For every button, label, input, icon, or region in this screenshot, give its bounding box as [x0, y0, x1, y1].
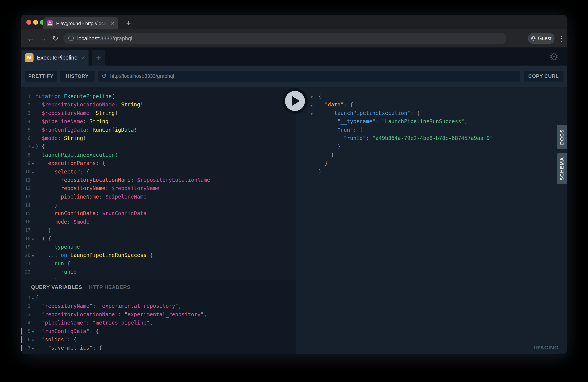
code-text: runConfigData: $runConfigData: [35, 209, 147, 217]
line-number: 21: [21, 261, 30, 266]
query-editor-pane[interactable]: 1mutation ExecutePipeline(2 $repositoryL…: [21, 87, 296, 279]
playground-tab-executepipeline[interactable]: M ExecutePipeline ×: [21, 50, 88, 65]
code-line[interactable]: 10▾ selector: {: [21, 168, 296, 176]
docs-side-tab[interactable]: DOCS: [557, 125, 567, 149]
code-line[interactable]: 4 "pipelineName": "metrics_pipeline",: [21, 319, 296, 327]
window-minimize-button[interactable]: [33, 20, 38, 25]
code-line[interactable]: 18▾ ) {: [21, 234, 296, 243]
code-line[interactable]: 20▾ ... on LaunchPipelineRunSuccess {: [21, 251, 296, 259]
code-line[interactable]: 6▾ "solids": {: [21, 336, 296, 344]
fold-arrow-icon[interactable]: ▾: [309, 94, 315, 99]
execute-play-button[interactable]: [282, 88, 308, 114]
site-info-icon[interactable]: ⓘ: [68, 35, 74, 42]
code-line[interactable]: ▾{: [296, 92, 567, 101]
prettify-button[interactable]: PRETTIFY: [25, 71, 57, 82]
code-line[interactable]: 1mutation ExecutePipeline(: [21, 92, 296, 101]
code-line[interactable]: 7▾ "save_metrics": {: [21, 344, 296, 352]
tab-close-icon[interactable]: ×: [111, 20, 114, 26]
play-icon: [292, 96, 300, 106]
code-line[interactable]: 17 }: [21, 226, 296, 234]
code-text: run {: [35, 259, 70, 268]
lint-error-marker: [21, 337, 22, 343]
code-line[interactable]: 4 $pipelineName: String!: [21, 117, 296, 126]
fold-arrow-icon[interactable]: ▾: [30, 345, 35, 351]
code-line[interactable]: 7▾) {: [21, 142, 296, 151]
code-line[interactable]: }: [296, 142, 567, 151]
fold-arrow-icon[interactable]: ▾: [30, 337, 35, 342]
code-line[interactable]: ▾ "launchPipelineExecution": {: [296, 109, 567, 117]
code-line[interactable]: 6 $mode: String!: [21, 134, 296, 142]
endpoint-url-input[interactable]: ↺ http://localhost:3333/graphql: [98, 71, 520, 82]
code-line[interactable]: }: [296, 168, 567, 176]
code-line[interactable]: 8 launchPipelineExecution(: [21, 151, 296, 159]
fold-spacer: [30, 306, 35, 307]
line-number: 22: [21, 269, 30, 275]
code-text: mutation ExecutePipeline(: [35, 92, 115, 101]
code-line[interactable]: 13 pipelineName: $pipelineName: [21, 193, 296, 201]
fold-arrow-icon[interactable]: ▾: [30, 295, 35, 301]
fold-arrow-icon[interactable]: ▾: [30, 169, 35, 175]
code-text: "data": {: [318, 101, 353, 109]
code-line[interactable]: 1▾{: [21, 294, 296, 302]
window-close-button[interactable]: [26, 20, 31, 25]
reload-icon[interactable]: ↻: [50, 29, 61, 47]
address-bar[interactable]: ⓘ localhost :3333/graphql: [63, 33, 506, 44]
forward-icon: →: [38, 29, 48, 47]
code-line[interactable]: "__typename": "LaunchPipelineRunSuccess"…: [296, 117, 567, 126]
code-text: $pipelineName: String!: [35, 117, 112, 126]
code-line[interactable]: 3 "repositoryLocationName": "experimenta…: [21, 310, 296, 319]
code-line[interactable]: }: [296, 151, 567, 159]
fold-arrow-icon[interactable]: ▾: [30, 253, 35, 258]
line-number: 12: [21, 186, 30, 191]
browser-menu-icon[interactable]: ⋮: [558, 29, 565, 47]
profile-button[interactable]: Guest: [528, 33, 554, 44]
code-line[interactable]: 2 $repositoryLocationName: String!: [21, 101, 296, 109]
code-line[interactable]: 11 repositoryLocationName: $repositoryLo…: [21, 176, 296, 184]
fold-arrow-icon[interactable]: ▾: [309, 102, 315, 108]
code-line[interactable]: 14 }: [21, 201, 296, 209]
line-number: 2: [21, 304, 30, 309]
code-line[interactable]: 19 __typename: [21, 243, 296, 251]
fold-arrow-icon[interactable]: ▾: [30, 161, 35, 166]
code-line[interactable]: ▾ "data": {: [296, 101, 567, 109]
fold-spacer: [30, 96, 35, 97]
tracing-label[interactable]: TRACING: [533, 345, 559, 351]
fold-spacer: [309, 146, 315, 147]
tab-query-variables[interactable]: QUERY VARIABLES: [31, 284, 82, 290]
line-number: 3: [21, 110, 30, 116]
history-button[interactable]: HISTORY: [60, 71, 95, 82]
new-tab-button[interactable]: +: [123, 18, 134, 29]
code-line[interactable]: 3 $repositoryName: String!: [21, 109, 296, 117]
playground-new-tab-button[interactable]: +: [92, 50, 105, 65]
fold-spacer: [30, 104, 35, 106]
settings-gear-icon[interactable]: ⚙: [549, 47, 559, 65]
code-text: __typename: [35, 243, 80, 251]
playground-tab-close-icon[interactable]: ×: [81, 54, 85, 62]
code-line[interactable]: 21 run {: [21, 259, 296, 268]
url-path: :3333/graphql: [99, 35, 132, 42]
code-line[interactable]: 9▾ executionParams: {: [21, 159, 296, 168]
fold-arrow-icon[interactable]: ▾: [30, 236, 35, 241]
code-line[interactable]: "runId": "a49b864a-79e2-4be8-b78c-687457…: [296, 134, 567, 142]
code-line[interactable]: 22 runId: [21, 268, 296, 276]
copy-curl-button[interactable]: COPY CURL: [524, 71, 564, 82]
code-line[interactable]: 16 mode: $mode: [21, 218, 296, 226]
fold-arrow-icon[interactable]: ▾: [30, 328, 35, 334]
code-text: }: [318, 159, 328, 168]
code-line[interactable]: 12 repositoryName: $repositoryName: [21, 184, 296, 192]
code-line[interactable]: }: [296, 159, 567, 168]
tab-http-headers[interactable]: HTTP HEADERS: [89, 284, 131, 290]
code-line[interactable]: 23 }: [21, 276, 296, 279]
code-line[interactable]: 5▾ "runConfigData": {: [21, 327, 296, 336]
code-line[interactable]: 2 "repositoryName": "experimental_reposi…: [21, 302, 296, 310]
fold-arrow-icon[interactable]: ▾: [30, 144, 35, 149]
query-variables-pane[interactable]: QUERY VARIABLES HTTP HEADERS 1▾{2 "repos…: [21, 279, 296, 354]
code-text: {: [35, 294, 39, 302]
back-icon[interactable]: ←: [25, 29, 36, 47]
code-line[interactable]: "run": {: [296, 126, 567, 134]
fold-arrow-icon[interactable]: ▾: [309, 110, 315, 116]
code-line[interactable]: 5 $runConfigData: RunConfigData!: [21, 126, 296, 134]
code-line[interactable]: 15 runConfigData: $runConfigData: [21, 209, 296, 217]
browser-tab[interactable]: Playground - http://localhost:3 ×: [43, 17, 118, 29]
schema-side-tab[interactable]: SCHEMA: [557, 153, 567, 184]
